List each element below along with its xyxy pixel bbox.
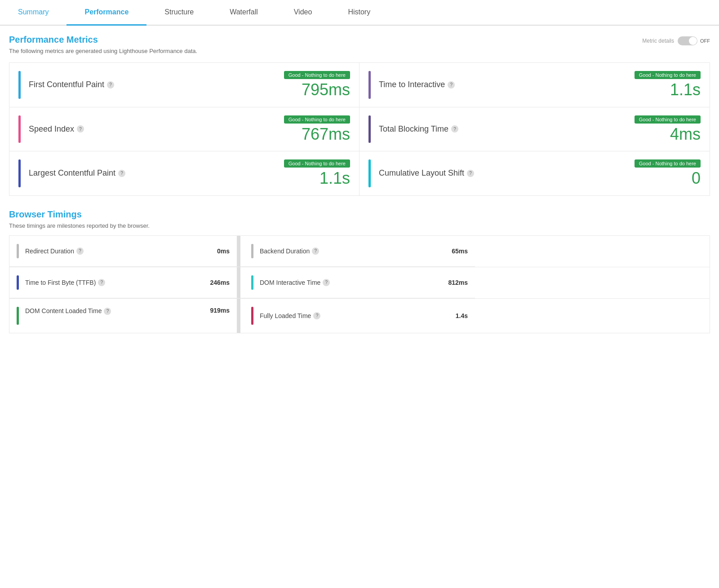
metric-details-toggle[interactable]	[678, 36, 697, 45]
tab-structure[interactable]: Structure	[146, 0, 212, 26]
cls-bar	[368, 159, 371, 187]
fcp-question[interactable]: ?	[107, 81, 114, 88]
dom-interactive-label: DOM Interactive Time	[260, 279, 320, 286]
timings-row-2: Time to First Byte (TTFB) ? 246ms First …	[9, 267, 710, 299]
tab-summary[interactable]: Summary	[0, 0, 67, 26]
si-value-block: Good - Nothing to do here 767ms	[284, 115, 350, 143]
browser-timings-grid: Redirect Duration ? 0ms Connection Durat…	[9, 235, 710, 333]
timing-dom-interactive: DOM Interactive Time ? 812ms	[244, 267, 475, 298]
dom-interactive-value: 812ms	[448, 279, 468, 286]
si-value: 767ms	[284, 125, 350, 143]
tbt-label: Total Blocking Time	[379, 124, 448, 134]
timings-row-1: Redirect Duration ? 0ms Connection Durat…	[9, 236, 710, 267]
tab-history[interactable]: History	[330, 0, 388, 26]
timings-row-3: DOM Content Loaded Time ? 919ms Onload T…	[9, 299, 710, 333]
fcp-bar	[18, 71, 21, 99]
tbt-bar	[368, 115, 371, 143]
dom-content-loaded-bar	[17, 307, 19, 325]
browser-timings-title: Browser Timings	[9, 209, 710, 220]
tbt-question[interactable]: ?	[451, 125, 458, 133]
performance-metrics-subtitle: The following metrics are generated usin…	[9, 48, 197, 54]
ttfb-value: 246ms	[210, 279, 230, 286]
performance-metrics-section: Performance Metrics The following metric…	[9, 35, 710, 196]
fully-loaded-label: Fully Loaded Time	[260, 312, 311, 319]
tti-name-block: Time to Interactive ?	[379, 80, 635, 89]
timing-fully-loaded: Fully Loaded Time ? 1.4s	[244, 299, 475, 333]
fcp-value-block: Good - Nothing to do here 795ms	[284, 71, 350, 99]
lcp-bar	[18, 159, 21, 187]
tti-label: Time to Interactive	[379, 80, 445, 89]
timing-ttfb: Time to First Byte (TTFB) ? 246ms	[9, 267, 240, 298]
si-badge: Good - Nothing to do here	[284, 115, 350, 124]
redirect-question[interactable]: ?	[76, 248, 84, 255]
lcp-name-block: Largest Contentful Paint ?	[29, 168, 284, 178]
lcp-label: Largest Contentful Paint	[29, 168, 115, 178]
cls-name-block: Cumulative Layout Shift ?	[379, 168, 635, 178]
redirect-bar	[17, 244, 19, 258]
ttfb-label: Time to First Byte (TTFB)	[25, 279, 96, 286]
tti-badge: Good - Nothing to do here	[635, 71, 701, 79]
metrics-grid: First Contentful Paint ? Good - Nothing …	[9, 62, 710, 196]
metric-tbt: Total Blocking Time ? Good - Nothing to …	[360, 107, 710, 152]
si-name-block: Speed Index ?	[29, 124, 284, 134]
lcp-value: 1.1s	[284, 169, 350, 187]
tbt-name-block: Total Blocking Time ?	[379, 124, 635, 134]
tbt-badge: Good - Nothing to do here	[635, 115, 701, 124]
fully-loaded-question[interactable]: ?	[313, 312, 320, 319]
metric-tti: Time to Interactive ? Good - Nothing to …	[360, 63, 710, 107]
cls-badge: Good - Nothing to do here	[635, 159, 701, 168]
backend-label: Backend Duration	[260, 248, 310, 255]
si-label: Speed Index	[29, 124, 74, 134]
tti-value-block: Good - Nothing to do here 1.1s	[635, 71, 701, 99]
ttfb-bar	[17, 275, 19, 290]
tab-waterfall[interactable]: Waterfall	[212, 0, 276, 26]
metric-details-label: Metric details	[642, 38, 674, 44]
lcp-question[interactable]: ?	[118, 170, 125, 177]
browser-timings-subtitle: These timings are milestones reported by…	[9, 222, 710, 229]
ttfb-question[interactable]: ?	[98, 279, 105, 286]
fcp-label: First Contentful Paint	[29, 80, 104, 89]
fcp-name-block: First Contentful Paint ?	[29, 80, 284, 89]
metric-cls: Cumulative Layout Shift ? Good - Nothing…	[360, 151, 710, 195]
si-bar	[18, 115, 21, 143]
tab-bar: Summary Performance Structure Waterfall …	[0, 0, 719, 26]
fcp-value: 795ms	[284, 81, 350, 99]
metric-si: Speed Index ? Good - Nothing to do here …	[9, 107, 360, 152]
toggle-knob	[689, 37, 697, 45]
tti-bar	[368, 71, 371, 99]
performance-metrics-title: Performance Metrics	[9, 35, 197, 45]
cls-question[interactable]: ?	[467, 170, 474, 177]
dom-content-loaded-label: DOM Content Loaded Time	[25, 307, 102, 314]
dom-content-loaded-value: 919ms	[210, 307, 230, 314]
cls-label: Cumulative Layout Shift	[379, 168, 464, 178]
cls-value: 0	[635, 169, 701, 187]
tbt-value-block: Good - Nothing to do here 4ms	[635, 115, 701, 143]
dom-interactive-bar	[251, 275, 253, 290]
backend-question[interactable]: ?	[312, 248, 319, 255]
dom-interactive-question[interactable]: ?	[323, 279, 330, 286]
tti-value: 1.1s	[635, 81, 701, 99]
backend-bar	[251, 244, 253, 258]
fully-loaded-value: 1.4s	[456, 312, 468, 319]
cls-value-block: Good - Nothing to do here 0	[635, 159, 701, 187]
fcp-badge: Good - Nothing to do here	[284, 71, 350, 79]
toggle-off-label: OFF	[700, 38, 710, 44]
redirect-label: Redirect Duration	[25, 248, 74, 255]
timing-redirect: Redirect Duration ? 0ms	[9, 236, 240, 267]
timing-dom-content-loaded: DOM Content Loaded Time ? 919ms	[9, 299, 240, 333]
metric-fcp: First Contentful Paint ? Good - Nothing …	[9, 63, 360, 107]
metric-lcp: Largest Contentful Paint ? Good - Nothin…	[9, 151, 360, 195]
browser-timings-section: Browser Timings These timings are milest…	[9, 209, 710, 333]
tab-performance[interactable]: Performance	[67, 0, 146, 26]
tti-question[interactable]: ?	[448, 81, 455, 88]
timing-backend: Backend Duration ? 65ms	[244, 236, 475, 267]
redirect-value: 0ms	[217, 248, 230, 255]
fully-loaded-bar	[251, 307, 253, 325]
tab-video[interactable]: Video	[276, 0, 330, 26]
lcp-badge: Good - Nothing to do here	[284, 159, 350, 168]
tbt-value: 4ms	[635, 125, 701, 143]
lcp-value-block: Good - Nothing to do here 1.1s	[284, 159, 350, 187]
backend-value: 65ms	[452, 248, 468, 255]
si-question[interactable]: ?	[77, 125, 84, 133]
dom-content-loaded-question[interactable]: ?	[104, 308, 111, 315]
